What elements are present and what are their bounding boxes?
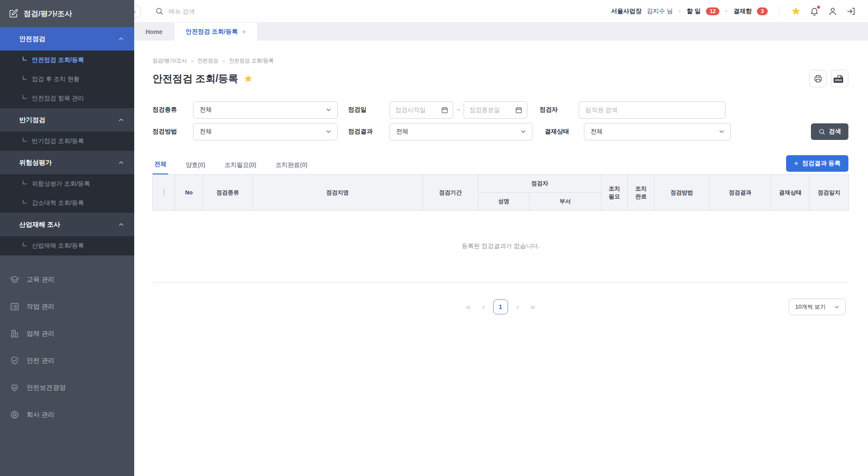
sidebar: 점검/평가/조사 안전점검 안전점검 조회/등록 점검 후 조치 현황 안전점검… xyxy=(0,0,134,476)
sidebar-subgroup-safety-check: 안전점검 조회/등록 점검 후 조치 현황 안전점검 항목 관리 xyxy=(0,51,134,108)
start-date-input[interactable] xyxy=(395,106,435,113)
chevron-down-icon xyxy=(325,106,332,113)
sidebar-group-half-year-check[interactable]: 반기점검 xyxy=(0,108,134,132)
approval-status-select[interactable]: 전체 xyxy=(584,123,731,140)
sidebar-item-check-item-mgmt[interactable]: 안전점검 항목 관리 xyxy=(0,89,134,108)
sidebar-item-half-year-register[interactable]: 반기점검 조회/등록 xyxy=(0,132,134,151)
todo-count-badge[interactable]: 12 xyxy=(706,7,719,15)
notification-bell-icon[interactable] xyxy=(810,7,819,16)
excel-download-button[interactable]: xlsx xyxy=(831,70,848,87)
search-button[interactable]: 검색 xyxy=(811,123,848,140)
end-date-input[interactable] xyxy=(469,106,509,113)
col-inspector-group: 점검자 xyxy=(478,175,601,193)
sidebar-item-safety-health-mgmt[interactable]: 안전보건경영 xyxy=(0,374,134,401)
inspection-type-select[interactable]: 전체 xyxy=(193,101,338,119)
menu-search xyxy=(155,7,611,15)
favorite-star-icon[interactable] xyxy=(791,6,801,16)
breadcrumb-item[interactable]: 안전점검 xyxy=(197,57,218,65)
tab-close-icon[interactable]: × xyxy=(242,28,246,35)
select-all-checkbox[interactable] xyxy=(163,189,164,196)
user-profile-icon[interactable] xyxy=(828,7,837,16)
filter-label-date: 점검일 xyxy=(348,106,390,114)
sidebar-item-vendor-mgmt[interactable]: 업체 관리 xyxy=(0,320,134,347)
group-label: 반기점검 xyxy=(19,116,45,124)
chevron-down-icon xyxy=(520,128,527,135)
group-label: 산업재해 조사 xyxy=(19,221,60,229)
chevron-down-icon xyxy=(325,128,332,135)
sidebar-subgroup-industrial-accident: 산업재해 조회/등록 xyxy=(0,236,134,255)
sidebar-item-post-check-actions[interactable]: 점검 후 조치 현황 xyxy=(0,70,134,89)
heart-hands-icon xyxy=(10,383,20,393)
sidebar-item-company-mgmt[interactable]: 회사 관리 xyxy=(0,401,134,428)
last-page-button[interactable]: » xyxy=(530,302,535,312)
chevron-up-icon xyxy=(118,159,125,166)
filter-label-method: 점검방법 xyxy=(153,128,193,136)
status-tab-action-done[interactable]: 조치완료(0) xyxy=(274,161,309,174)
sidebar-subgroup-risk-assessment: 위험성평가 조회/등록 감소대책 조회/등록 xyxy=(0,174,134,213)
table-header-row-1: No 점검종류 점검지명 점검기간 점검자 조치 필요 조치 완료 점검방법 점… xyxy=(153,175,849,193)
sidebar-group-safety-check[interactable]: 안전점검 xyxy=(0,27,134,51)
bookmark-star-icon[interactable] xyxy=(244,74,253,83)
breadcrumb-separator: > xyxy=(191,58,193,64)
filter-label-result: 점검결과 xyxy=(348,128,390,136)
search-icon xyxy=(818,128,825,135)
xlsx-badge: xlsx xyxy=(834,78,843,83)
approval-label[interactable]: 결재함 xyxy=(733,7,752,15)
inspection-start-date-field[interactable] xyxy=(390,101,453,119)
col-site: 점검지명 xyxy=(253,175,423,211)
current-page-button[interactable]: 1 xyxy=(493,299,508,314)
breadcrumb-item[interactable]: 점검/평가/조사 xyxy=(153,57,187,65)
sidebar-subgroup-half-year-check: 반기점검 조회/등록 xyxy=(0,132,134,151)
sidebar-item-safety-check-register[interactable]: 안전점검 조회/등록 xyxy=(0,51,134,70)
status-tab-good[interactable]: 양호(0) xyxy=(184,161,207,174)
todo-label[interactable]: 할 일 xyxy=(687,7,701,15)
page-size-select[interactable]: 10개씩 보기 xyxy=(789,299,846,315)
inspector-search-input[interactable] xyxy=(579,101,726,119)
sidebar-item-education-mgmt[interactable]: 교육 관리 xyxy=(0,266,134,293)
filter-label-type: 점검종류 xyxy=(153,106,193,114)
print-button[interactable] xyxy=(809,70,827,87)
tab-home[interactable]: Home xyxy=(134,23,174,41)
tab-bar: Home 안전점검 조회/등록 × xyxy=(134,23,868,41)
search-icon xyxy=(155,7,163,15)
col-action-needed: 조치 필요 xyxy=(601,175,628,211)
sidebar-item-accident-register[interactable]: 산업재해 조회/등록 xyxy=(0,236,134,255)
sidebar-group-risk-assessment[interactable]: 위험성평가 xyxy=(0,151,134,174)
empty-row: 등록된 점검결과가 없습니다. xyxy=(153,211,849,282)
chevron-down-icon xyxy=(718,128,725,135)
approval-count-badge[interactable]: 3 xyxy=(757,7,768,15)
menu-search-input[interactable] xyxy=(169,8,308,15)
notification-dot xyxy=(817,6,820,9)
logout-icon[interactable] xyxy=(846,7,856,16)
status-tab-all[interactable]: 전체 xyxy=(153,160,168,174)
tree-branch-icon xyxy=(23,76,27,80)
inspection-result-select[interactable]: 전체 xyxy=(390,123,532,140)
chevron-up-icon xyxy=(118,35,125,42)
dot-separator xyxy=(726,10,727,12)
sidebar-item-risk-assessment-register[interactable]: 위험성평가 조회/등록 xyxy=(0,174,134,194)
tab-safety-check-register[interactable]: 안전점검 조회/등록 × xyxy=(174,23,258,41)
calendar-icon[interactable] xyxy=(441,106,448,114)
next-page-button[interactable]: › xyxy=(516,302,519,312)
prev-page-button[interactable]: ‹ xyxy=(482,302,485,312)
breadcrumb-item[interactable]: 안전점검 조회/등록 xyxy=(229,57,274,65)
status-tab-action-needed[interactable]: 조치필요(0) xyxy=(223,161,258,174)
sidebar-item-work-mgmt[interactable]: 작업 관리 xyxy=(0,293,134,320)
sidebar-title: 점검/평가/조사 xyxy=(24,9,72,19)
col-approval: 결재상태 xyxy=(771,175,810,211)
calendar-icon[interactable] xyxy=(515,106,522,114)
inspection-end-date-field[interactable] xyxy=(464,101,527,119)
register-result-button[interactable]: + 점검결과 등록 xyxy=(786,155,848,172)
shield-check-icon xyxy=(10,356,20,366)
page-title: 안전점검 조회/등록 xyxy=(153,72,238,85)
filter-row-1: 점검종류 전체 점검일 ~ 점검자 xyxy=(153,101,848,119)
sidebar-item-reduction-measures[interactable]: 감소대책 조회/등록 xyxy=(0,194,134,213)
first-page-button[interactable]: « xyxy=(466,302,471,312)
site-name: 서울사업장 xyxy=(611,7,641,15)
sidebar-item-safety-mgmt[interactable]: 안전 관리 xyxy=(0,347,134,374)
inspection-method-select[interactable]: 전체 xyxy=(193,123,338,140)
col-no: No xyxy=(175,175,203,211)
filter-row-2: 점검방법 전체 점검결과 전체 결재상태 전체 검색 xyxy=(153,123,848,140)
breadcrumb-separator: > xyxy=(222,58,225,64)
sidebar-group-industrial-accident[interactable]: 산업재해 조사 xyxy=(0,213,134,236)
